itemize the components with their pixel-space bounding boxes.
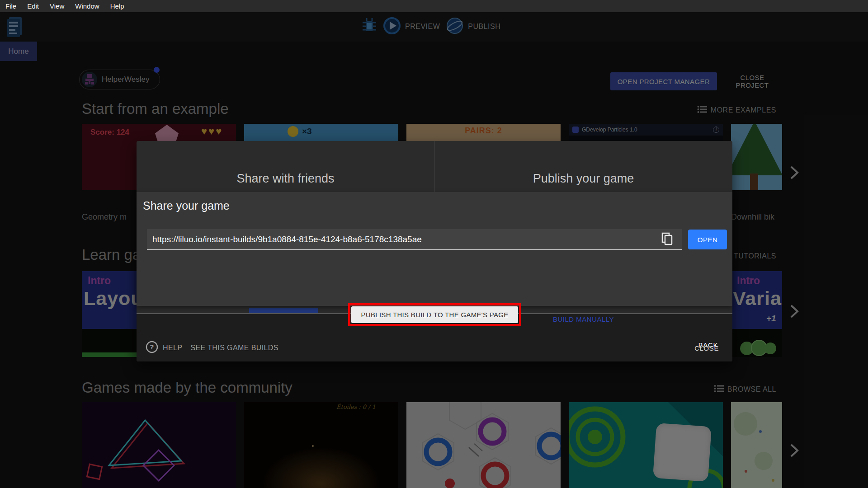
help-icon: ? [146, 341, 158, 355]
share-your-game-panel: Share your game OPEN PUBLISH THIS BUILD … [137, 192, 732, 306]
copy-icon[interactable] [660, 232, 675, 247]
tab-publish-your-game[interactable]: Publish your game [434, 141, 732, 192]
menu-edit[interactable]: Edit [22, 0, 44, 12]
menu-view[interactable]: View [44, 0, 70, 12]
share-dialog: Share with friends Publish your game BUI… [137, 141, 732, 361]
menu-file[interactable]: File [0, 0, 22, 12]
tab-share-with-friends[interactable]: Share with friends [137, 141, 434, 192]
panel-title: Share your game [143, 199, 230, 212]
game-url-input[interactable] [147, 229, 682, 250]
menu-help[interactable]: Help [105, 0, 130, 12]
dialog-bottom-bar: ? HELP SEE THIS GAME BUILDS CLOSE [137, 334, 732, 361]
help-link[interactable]: ? HELP [146, 341, 182, 355]
app-window: File Edit View Window Help [0, 0, 868, 488]
selected-tab-indicator [249, 308, 318, 313]
menu-window[interactable]: Window [70, 0, 104, 12]
svg-text:?: ? [150, 343, 154, 351]
close-dialog-button[interactable]: CLOSE [694, 344, 719, 352]
see-game-builds-link[interactable]: SEE THIS GAME BUILDS [190, 344, 278, 352]
publish-build-button[interactable]: PUBLISH THIS BUILD TO THE GAME'S PAGE [351, 306, 518, 323]
help-label: HELP [163, 344, 182, 352]
menu-bar: File Edit View Window Help [0, 0, 868, 12]
open-game-button[interactable]: OPEN [688, 230, 727, 249]
